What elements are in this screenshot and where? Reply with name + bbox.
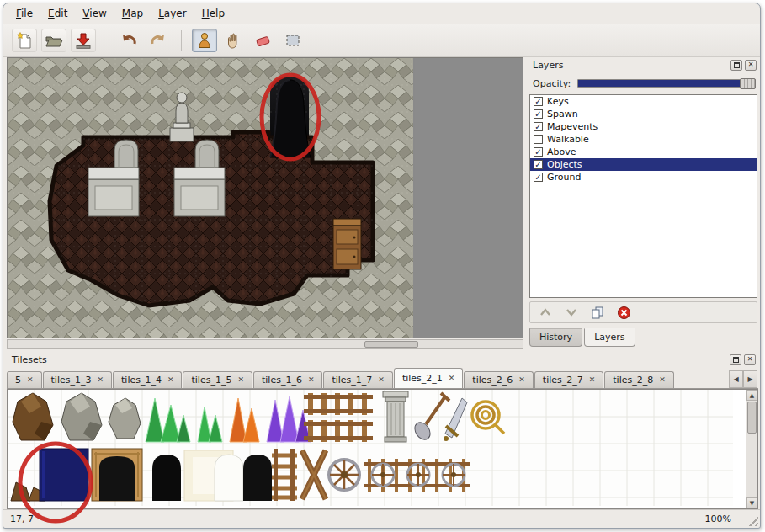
layer-checkbox[interactable]: ✓ <box>534 173 543 182</box>
tab-close-icon[interactable]: ✕ <box>237 376 244 384</box>
layer-delete-button[interactable] <box>615 304 632 321</box>
status-bar: 17, 7 100% <box>3 509 760 528</box>
layers-float-icon[interactable] <box>730 60 742 71</box>
zoom-level: 100% <box>705 513 731 524</box>
tileset-tab-6[interactable]: tiles_2_1✕ <box>394 368 463 388</box>
tileset-tab-2[interactable]: tiles_1_4✕ <box>113 371 182 388</box>
menu-file[interactable]: File <box>8 4 40 23</box>
layer-list: ✓ Keys ✓ Spawn ✓ Mapevents ✓ Walkable ✓ … <box>529 94 757 298</box>
tileset-canvas[interactable] <box>8 390 733 506</box>
tab-close-icon[interactable]: ✕ <box>378 376 385 384</box>
tilesets-panel-title: Tilesets <box>12 354 727 365</box>
layer-row-keys[interactable]: ✓ Keys <box>530 95 757 108</box>
tileset-tab-7[interactable]: tiles_2_6✕ <box>464 371 533 388</box>
menu-view[interactable]: View <box>75 4 114 23</box>
scroll-up-icon[interactable]: ▲ <box>746 390 757 401</box>
eraser-tool-button[interactable] <box>251 29 276 52</box>
resize-grip[interactable] <box>746 514 758 526</box>
tab-close-icon[interactable]: ✕ <box>308 376 315 384</box>
layer-duplicate-button[interactable] <box>589 304 606 321</box>
hand-tool-button[interactable] <box>221 29 247 52</box>
person-icon <box>195 31 214 50</box>
layer-name: Ground <box>547 172 581 183</box>
tab-close-icon[interactable]: ✕ <box>589 376 596 384</box>
tile-wheel-large[interactable] <box>329 460 359 490</box>
tileset-vertical-scrollbar[interactable]: ▲ ▼ <box>746 390 757 508</box>
layer-checkbox[interactable]: ✓ <box>534 109 543 119</box>
scroll-down-icon[interactable]: ▼ <box>746 497 757 508</box>
tileset-tab-5[interactable]: tiles_1_7✕ <box>323 371 392 388</box>
tab-close-icon[interactable]: ✕ <box>518 376 525 384</box>
layer-actions-toolbar <box>529 301 757 323</box>
tileset-tab-1[interactable]: tiles_1_3✕ <box>43 371 112 388</box>
menu-layer[interactable]: Layer <box>151 4 194 23</box>
toolbar <box>3 24 760 57</box>
tileset-vscroll-thumb[interactable] <box>747 402 757 434</box>
layer-checkbox[interactable]: ✓ <box>534 147 543 157</box>
layers-panel-titlebar: Layers ✕ <box>528 57 759 72</box>
tile-pale-arch[interactable] <box>215 455 243 501</box>
screenshot-root: File Edit View Map Layer Help <box>0 0 765 532</box>
tile-pillar[interactable] <box>383 391 408 442</box>
tile-blue-door[interactable] <box>40 449 88 501</box>
tab-close-icon[interactable]: ✕ <box>167 376 174 384</box>
tileset-tab-8[interactable]: tiles_2_7✕ <box>534 371 603 388</box>
layer-checkbox[interactable]: ✓ <box>534 97 543 106</box>
layer-row-walkable[interactable]: ✓ Walkable <box>530 133 757 146</box>
layers-close-icon[interactable]: ✕ <box>745 60 757 71</box>
selection-icon <box>284 31 302 50</box>
opacity-slider-handle[interactable] <box>740 78 756 89</box>
tab-history[interactable]: History <box>529 328 582 347</box>
new-map-button[interactable] <box>12 29 37 52</box>
map-view[interactable] <box>7 57 523 338</box>
map-horizontal-scrollbar[interactable] <box>7 339 523 349</box>
menu-edit[interactable]: Edit <box>40 4 75 23</box>
select-tool-button[interactable] <box>280 29 305 52</box>
layer-name: Objects <box>547 159 582 170</box>
tab-close-icon[interactable]: ✕ <box>449 375 455 382</box>
save-button[interactable] <box>71 29 96 52</box>
layer-row-spawn[interactable]: ✓ Spawn <box>530 108 757 120</box>
tab-close-icon[interactable]: ✕ <box>97 376 104 384</box>
map-hscroll-thumb[interactable] <box>364 341 418 348</box>
tab-scroll-right-icon[interactable]: ▶ <box>743 370 757 388</box>
tilesets-float-icon[interactable] <box>730 354 741 365</box>
entity-tool-button[interactable] <box>192 29 217 52</box>
tileset-tab-9[interactable]: tiles_2_8✕ <box>604 371 673 388</box>
layer-move-down-button[interactable] <box>563 304 580 321</box>
layer-row-objects[interactable]: ✓ Objects <box>530 158 757 171</box>
tile-black-arch[interactable] <box>152 455 181 501</box>
tab-close-icon[interactable]: ✕ <box>659 376 666 384</box>
open-button[interactable] <box>41 29 66 52</box>
menu-map[interactable]: Map <box>114 4 151 23</box>
tileset-tab-3[interactable]: tiles_1_5✕ <box>183 371 252 388</box>
tileset-tab-4[interactable]: tiles_1_6✕ <box>253 371 322 388</box>
opacity-slider[interactable] <box>577 79 756 88</box>
tab-close-icon[interactable]: ✕ <box>27 376 34 384</box>
tab-layers[interactable]: Layers <box>584 328 635 347</box>
tile-wooden-doorway[interactable] <box>92 449 142 501</box>
tileset-tabbar: 5✕ tiles_1_3✕ tiles_1_4✕ tiles_1_5✕ tile… <box>7 365 758 389</box>
tile-track-with-wheels[interactable] <box>364 459 470 492</box>
tile-black-arch-2[interactable] <box>243 455 272 501</box>
undo-button[interactable] <box>116 29 141 52</box>
map-tombstone-right <box>195 140 219 168</box>
layer-name: Keys <box>547 96 569 107</box>
layer-checkbox[interactable]: ✓ <box>534 160 543 169</box>
layer-checkbox[interactable]: ✓ <box>534 135 543 144</box>
layer-checkbox[interactable]: ✓ <box>534 122 543 131</box>
layers-panel-tabs: History Layers <box>529 328 637 347</box>
layer-row-above[interactable]: ✓ Above <box>530 146 757 158</box>
menu-help[interactable]: Help <box>194 4 232 23</box>
open-folder-icon <box>45 31 63 50</box>
layer-row-mapevents[interactable]: ✓ Mapevents <box>530 120 757 133</box>
layer-move-up-button[interactable] <box>537 304 554 321</box>
tab-scroll-left-icon[interactable]: ◀ <box>729 370 743 388</box>
tileset-tab-0[interactable]: 5✕ <box>7 371 42 388</box>
layer-row-ground[interactable]: ✓ Ground <box>530 171 757 184</box>
tileset-tab-scroll: ◀ ▶ <box>729 370 757 388</box>
map-canvas[interactable] <box>8 58 523 338</box>
opacity-row: Opacity: <box>533 76 756 91</box>
redo-button[interactable] <box>146 29 171 52</box>
tilesets-close-icon[interactable]: ✕ <box>744 354 756 365</box>
